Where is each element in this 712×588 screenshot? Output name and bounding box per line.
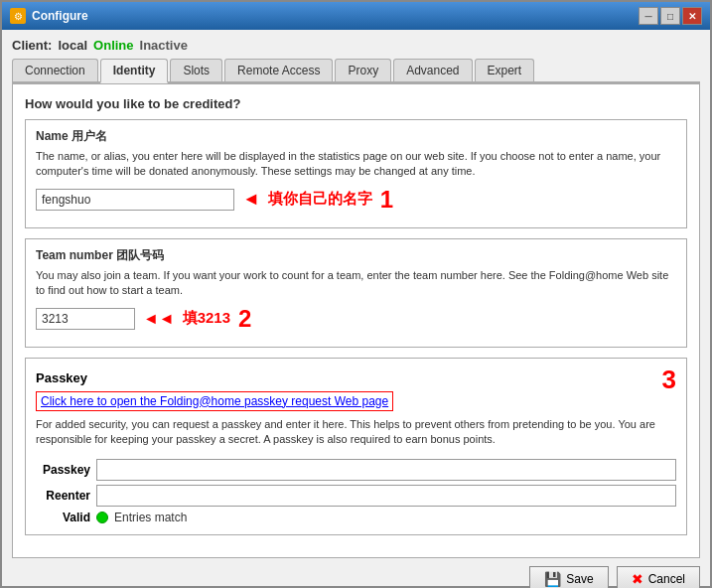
team-group: Team number 团队号码 You may also join a tea… [25, 238, 687, 348]
valid-text: Entries match [114, 511, 187, 524]
passkey-input-row: Passkey [36, 459, 676, 481]
valid-label: Valid [36, 511, 90, 524]
reenter-input[interactable] [96, 485, 676, 507]
tab-remote-access[interactable]: Remote Access [224, 59, 333, 81]
tab-connection[interactable]: Connection [12, 59, 98, 81]
reenter-label: Reenter [36, 489, 90, 503]
tab-bar: Connection Identity Slots Remote Access … [12, 59, 700, 83]
name-arrow: ◄ [242, 189, 260, 210]
minimize-button[interactable]: ─ [639, 7, 658, 25]
team-input[interactable] [36, 308, 135, 330]
status-inactive: Inactive [140, 38, 188, 53]
passkey-label: Passkey [36, 463, 90, 477]
team-input-row: ◄◄ 填3213 2 [36, 305, 676, 333]
window-content: Client: local Online Inactive Connection… [2, 30, 710, 588]
footer: 💾 Save ✖ Cancel [12, 558, 700, 588]
tab-proxy[interactable]: Proxy [335, 59, 391, 81]
client-label: Client: [12, 38, 52, 53]
name-group-title: Name 用户名 [36, 128, 676, 145]
title-bar-left: ⚙ Configure [10, 8, 88, 24]
team-arrow: ◄◄ [143, 310, 175, 328]
valid-indicator [96, 512, 108, 523]
client-name: local [58, 38, 87, 53]
passkey-link[interactable]: Click here to open the Folding@home pass… [36, 391, 393, 411]
save-icon: 💾 [544, 571, 561, 587]
reenter-input-row: Reenter [36, 485, 676, 507]
tab-content-identity: How would you like to be credited? Name … [12, 83, 700, 558]
maximize-button[interactable]: □ [660, 7, 680, 25]
title-bar-buttons: ─ □ ✕ [639, 7, 702, 25]
passkey-annotation-number: 3 [662, 365, 676, 395]
tab-expert[interactable]: Expert [475, 59, 535, 81]
tab-identity[interactable]: Identity [100, 59, 169, 83]
cancel-label: Cancel [648, 572, 685, 586]
passkey-section: Passkey Click here to open the Folding@h… [25, 358, 687, 536]
passkey-description: For added security, you can request a pa… [36, 417, 656, 448]
window-icon: ⚙ [10, 8, 26, 24]
team-annotation-text: 填3213 [183, 309, 230, 328]
title-bar: ⚙ Configure ─ □ ✕ [2, 2, 710, 30]
tab-slots[interactable]: Slots [170, 59, 222, 81]
main-question: How would you like to be credited? [25, 96, 687, 111]
valid-row: Valid Entries match [36, 511, 676, 524]
passkey-input[interactable] [96, 459, 676, 481]
name-annotation-text: 填你自己的名字 [268, 190, 372, 209]
cancel-icon: ✖ [632, 571, 643, 587]
status-online: Online [93, 38, 133, 53]
team-group-title: Team number 团队号码 [36, 247, 676, 264]
cancel-button[interactable]: ✖ Cancel [617, 566, 700, 588]
close-button[interactable]: ✕ [682, 7, 702, 25]
configure-window: ⚙ Configure ─ □ ✕ Client: local Online I… [0, 0, 712, 588]
team-annotation-number: 2 [238, 305, 251, 333]
name-annotation-number: 1 [380, 186, 393, 214]
team-group-description: You may also join a team. If you want yo… [36, 268, 676, 299]
save-label: Save [566, 572, 593, 586]
name-input[interactable] [36, 189, 234, 211]
client-status-bar: Client: local Online Inactive [12, 38, 700, 53]
window-title: Configure [32, 9, 88, 23]
save-button[interactable]: 💾 Save [529, 566, 608, 588]
name-input-row: ◄ 填你自己的名字 1 [36, 186, 676, 214]
passkey-title: Passkey [36, 370, 656, 385]
tab-advanced[interactable]: Advanced [393, 59, 472, 81]
name-group: Name 用户名 The name, or alias, you enter h… [25, 119, 687, 228]
name-group-description: The name, or alias, you enter here will … [36, 149, 676, 180]
